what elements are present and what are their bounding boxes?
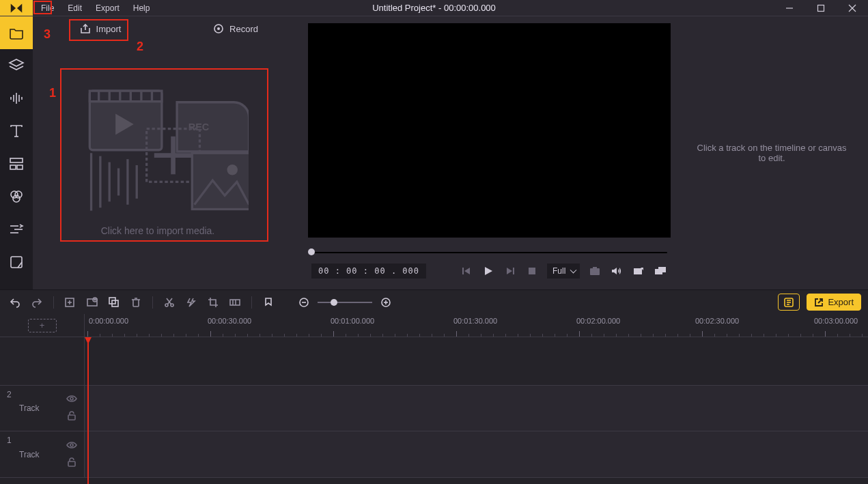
playhead-timecode: 00 : 00 : 00 . 000: [311, 264, 426, 279]
media-folder-icon[interactable]: [0, 16, 33, 49]
media-panel: Import Record RE: [33, 16, 303, 289]
window-close-button[interactable]: [837, 0, 868, 16]
svg-rect-15: [10, 165, 16, 169]
transitions-icon[interactable]: [0, 213, 33, 246]
preview-panel: 00 : 00 : 00 . 000 Full: [303, 16, 868, 289]
zoom-out-button[interactable]: [296, 294, 312, 311]
svg-point-90: [70, 444, 73, 446]
svg-rect-60: [658, 267, 666, 272]
svg-point-88: [70, 397, 73, 400]
track-label: Track: [19, 450, 61, 459]
svg-point-18: [15, 191, 22, 198]
crop-button[interactable]: [205, 294, 221, 311]
inspector-panel: Click a track on the timeline or canvas …: [675, 16, 868, 289]
menu-bar: File Edit Export Help: [33, 0, 156, 16]
lock-icon[interactable]: [66, 410, 77, 423]
import-dropzone[interactable]: REC Click here t: [53, 70, 262, 242]
svg-rect-56: [593, 267, 597, 269]
inspector-hint: Click a track on the timeline or canvas …: [697, 143, 847, 163]
track-row: 2 Track: [0, 385, 868, 431]
prev-frame-button[interactable]: [460, 264, 473, 278]
record-button[interactable]: Record: [168, 16, 303, 41]
add-clip-button[interactable]: [84, 294, 100, 311]
preview-canvas[interactable]: [308, 23, 671, 238]
timeline-empty-area[interactable]: [85, 337, 868, 385]
svg-rect-53: [529, 268, 535, 274]
group-button[interactable]: [106, 294, 122, 311]
split-button[interactable]: [161, 294, 178, 311]
layers-icon[interactable]: [0, 49, 33, 82]
menu-export[interactable]: Export: [89, 1, 126, 16]
text-icon[interactable]: [0, 115, 33, 147]
track-index: 2: [7, 390, 14, 399]
ruler-label: 00:02:00.000: [576, 317, 620, 325]
app-logo: [0, 0, 33, 16]
add-media-button[interactable]: [62, 294, 79, 311]
player-controls: 00 : 00 : 00 . 000 Full: [303, 238, 675, 289]
undo-button[interactable]: [7, 294, 23, 311]
timeline-ruler[interactable]: 0:00:00.000 00:00:30.000 00:01:00.000 00…: [85, 314, 868, 337]
dropzone-text: Click here to import media.: [101, 225, 215, 236]
color-button[interactable]: [227, 294, 243, 311]
ruler-label: 0:00:00.000: [89, 317, 128, 325]
window-maximize-button[interactable]: [805, 0, 837, 16]
svg-point-72: [171, 304, 173, 307]
templates-icon[interactable]: [0, 147, 33, 180]
svg-marker-1: [17, 3, 22, 12]
track-lane[interactable]: [85, 431, 868, 477]
timeline: + 0:00:00.000 00:00:30.000 00:01:00.000 …: [0, 314, 868, 484]
ruler-label: 00:01:00.000: [331, 317, 374, 325]
seek-bar[interactable]: [311, 248, 667, 255]
stop-button[interactable]: [525, 264, 539, 278]
menu-edit[interactable]: Edit: [61, 1, 89, 16]
detach-preview-button[interactable]: [654, 264, 667, 278]
svg-rect-75: [230, 300, 240, 305]
aspect-select[interactable]: Full: [547, 264, 580, 279]
menu-help[interactable]: Help: [126, 1, 157, 16]
svg-point-71: [165, 304, 168, 307]
next-frame-button[interactable]: [503, 264, 517, 278]
svg-rect-46: [192, 153, 249, 209]
add-track-button[interactable]: +: [28, 319, 57, 332]
volume-button[interactable]: [610, 264, 624, 278]
export-label: Export: [828, 297, 854, 307]
visibility-icon[interactable]: [66, 440, 77, 453]
svg-marker-50: [485, 267, 492, 275]
fullscreen-popout-button[interactable]: [632, 264, 645, 278]
svg-rect-91: [68, 461, 75, 466]
track-label: Track: [19, 403, 61, 413]
lock-icon[interactable]: [66, 457, 77, 470]
svg-point-55: [593, 270, 597, 274]
svg-rect-51: [513, 268, 514, 274]
stickers-icon[interactable]: [0, 246, 33, 279]
zoom-in-button[interactable]: [378, 294, 394, 311]
snapshot-button[interactable]: [588, 264, 602, 278]
svg-rect-48: [462, 268, 464, 274]
window-minimize-button[interactable]: [774, 0, 805, 16]
speed-button[interactable]: [183, 294, 199, 311]
menu-file[interactable]: File: [34, 1, 61, 16]
track-lane[interactable]: [85, 386, 868, 431]
svg-marker-6: [10, 59, 23, 66]
redo-button[interactable]: [29, 294, 45, 311]
ruler-label: 00:01:30.000: [453, 317, 497, 325]
svg-point-19: [13, 195, 20, 202]
svg-marker-52: [507, 268, 512, 274]
svg-rect-3: [818, 5, 824, 12]
filters-icon[interactable]: [0, 180, 33, 213]
side-toolstrip: [0, 16, 33, 289]
visibility-icon[interactable]: [66, 393, 77, 406]
import-button[interactable]: Import: [33, 16, 168, 41]
delete-button[interactable]: [128, 294, 144, 311]
marker-button[interactable]: [260, 294, 277, 311]
track-index: 1: [7, 436, 14, 445]
zoom-slider[interactable]: [296, 294, 394, 311]
svg-rect-58: [634, 268, 642, 274]
audio-icon[interactable]: [0, 82, 33, 115]
import-label: Import: [96, 24, 122, 34]
play-button[interactable]: [481, 264, 495, 278]
svg-rect-89: [68, 415, 75, 420]
export-button[interactable]: Export: [807, 294, 861, 311]
settings-accent-button[interactable]: [778, 294, 800, 311]
ruler-label: 00:00:30.000: [208, 317, 251, 325]
